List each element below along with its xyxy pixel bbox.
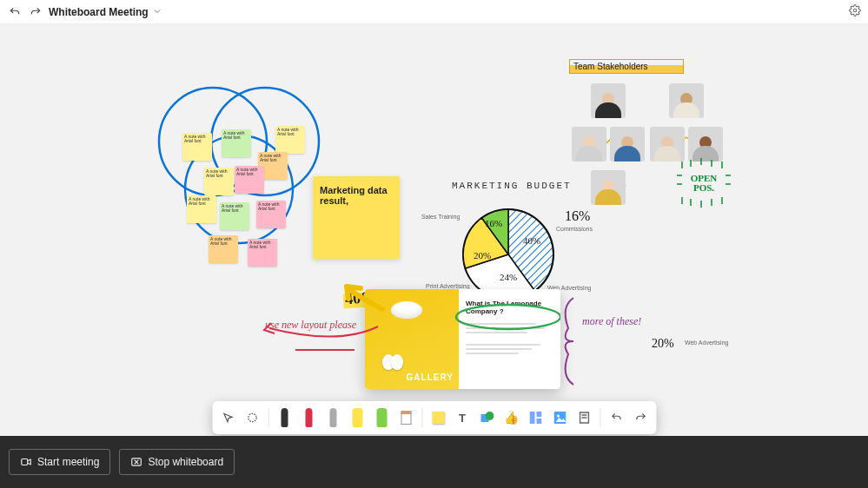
svg-rect-33 <box>22 459 28 465</box>
redo-button[interactable] <box>28 4 43 20</box>
pie-title: MARKETING BUDGET <box>452 181 572 191</box>
red-arrow-icon <box>261 311 382 354</box>
annotation-more-of-these: more of these! <box>582 315 641 328</box>
tool-pen-red[interactable] <box>300 406 317 429</box>
sticky-note-marketing[interactable]: Marketing data result, <box>313 176 400 259</box>
portrait-4[interactable] <box>610 127 645 162</box>
stop-icon <box>130 456 142 468</box>
venn-sticky-0[interactable]: A note with Arial font <box>182 133 212 161</box>
svg-rect-25 <box>529 412 534 424</box>
svg-rect-27 <box>536 419 541 424</box>
venn-sticky-6[interactable]: A note with Arial font <box>187 195 216 223</box>
chevron-down-icon <box>152 4 162 20</box>
pie-slice-label-16: 16% <box>485 218 502 228</box>
tool-shapes[interactable] <box>478 406 495 429</box>
portrait-5[interactable] <box>650 127 685 162</box>
tool-lasso[interactable] <box>243 406 261 429</box>
slide-gallery-text: GALLERY <box>407 373 454 382</box>
board-title-dropdown[interactable]: Whiteboard Meeting <box>49 4 162 20</box>
pie-ann-sales: Sales Training <box>421 214 460 220</box>
toolbar-undo[interactable] <box>607 406 625 429</box>
tool-image[interactable] <box>551 406 568 429</box>
venn-sticky-8[interactable]: A note with Arial font <box>256 201 286 228</box>
divider <box>600 408 600 427</box>
settings-button[interactable] <box>849 4 861 20</box>
svg-point-24 <box>485 412 494 420</box>
portrait-1[interactable] <box>591 83 626 118</box>
brace-icon <box>556 293 591 389</box>
portrait-6[interactable] <box>688 127 723 162</box>
pie-ann-comm: Commissions <box>556 226 593 232</box>
pie-slice-label-40: 40% <box>523 235 540 246</box>
svg-point-0 <box>853 9 857 12</box>
toolbar-redo[interactable] <box>632 406 649 429</box>
venn-sticky-4[interactable]: A note with Arial font <box>204 168 234 195</box>
svg-point-29 <box>557 415 560 418</box>
svg-rect-26 <box>536 412 541 417</box>
whiteboard-canvas[interactable]: A note with Arial fontA note with Arial … <box>0 24 868 436</box>
tool-text[interactable]: T <box>454 406 471 429</box>
tool-select[interactable] <box>219 406 236 429</box>
annotation-20pct: 20% <box>652 337 674 351</box>
video-icon <box>20 456 32 468</box>
start-meeting-button[interactable]: Start meeting <box>9 449 110 475</box>
venn-sticky-10[interactable]: A note with Arial font <box>248 239 277 267</box>
tool-template[interactable] <box>527 406 544 429</box>
stop-whiteboard-button[interactable]: Stop whiteboard <box>119 449 235 475</box>
bottom-bar: Start meeting Stop whiteboard <box>0 436 868 488</box>
venn-sticky-1[interactable]: A note with Arial font <box>222 129 251 157</box>
venn-sticky-5[interactable]: A note with Arial font <box>235 166 264 194</box>
stop-whiteboard-label: Stop whiteboard <box>148 456 223 468</box>
venn-sticky-7[interactable]: A note with Arial font <box>220 202 249 230</box>
portrait-3[interactable] <box>572 127 606 162</box>
portrait-7[interactable] <box>591 170 626 205</box>
whiteboard-toolbar: T 👍 <box>212 401 656 434</box>
tool-highlighter-yellow[interactable] <box>348 406 366 429</box>
tool-highlighter-green[interactable] <box>373 406 390 429</box>
annotation-20pct-sub: Web Advertising <box>685 340 728 346</box>
venn-sticky-9[interactable]: A note with Arial font <box>209 235 238 263</box>
tool-eraser[interactable] <box>397 406 414 429</box>
divider <box>268 408 268 427</box>
venn-diagram[interactable]: A note with Arial fontA note with Arial … <box>135 72 335 246</box>
pie-slice-label-20: 20% <box>474 250 491 260</box>
start-meeting-label: Start meeting <box>37 456 99 468</box>
green-circle-annotation <box>452 300 560 334</box>
svg-point-22 <box>248 413 255 421</box>
pie-ann-print: Print Advertising <box>426 283 470 289</box>
portrait-2[interactable] <box>669 83 704 118</box>
tool-sticky-note[interactable] <box>429 406 447 429</box>
pie-slice-label-24: 24% <box>500 272 517 282</box>
tool-document[interactable] <box>575 406 593 429</box>
venn-sticky-2[interactable]: A note with Arial font <box>275 126 305 154</box>
board-title: Whiteboard Meeting <box>49 6 149 18</box>
undo-button[interactable] <box>7 4 23 20</box>
divider <box>421 408 422 427</box>
top-bar: Whiteboard Meeting <box>0 0 868 24</box>
tool-pen-gray[interactable] <box>324 406 341 429</box>
tool-pen-black[interactable] <box>275 406 293 429</box>
yellow-arrow-icon <box>343 283 387 313</box>
tool-reaction[interactable]: 👍 <box>502 406 520 429</box>
open-position-note[interactable]: OPEN POS. <box>682 163 726 202</box>
slide-preview[interactable]: GALLERY What is The Lemonade Company ? <box>365 289 560 389</box>
svg-point-20 <box>456 305 560 329</box>
